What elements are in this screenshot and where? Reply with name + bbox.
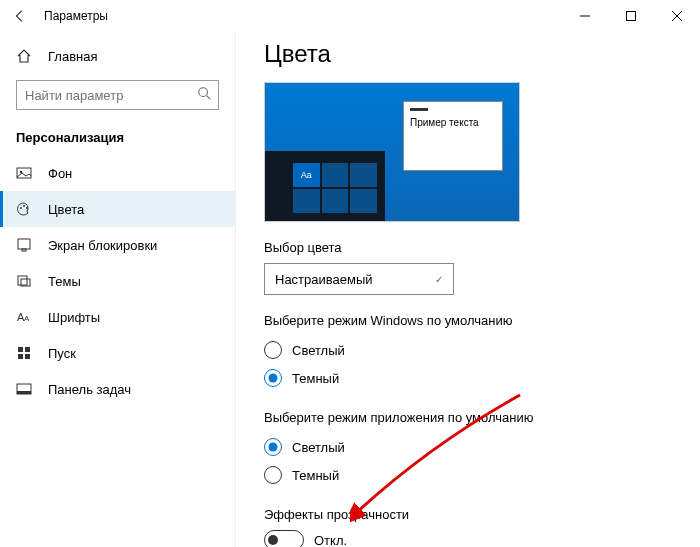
radio-label: Темный [292, 371, 339, 386]
color-mode-label: Выбор цвета [264, 240, 700, 255]
app-mode-label: Выберите режим приложения по умолчанию [264, 410, 700, 425]
svg-rect-20 [25, 354, 30, 359]
windows-mode-light[interactable]: Светлый [264, 336, 700, 364]
svg-rect-12 [22, 249, 26, 251]
minimize-button[interactable] [562, 0, 608, 32]
start-icon [16, 345, 32, 361]
home-icon [16, 48, 32, 64]
sidebar-item-label: Панель задач [48, 382, 131, 397]
transparency-label: Эффекты прозрачности [264, 507, 700, 522]
radio-icon [264, 438, 282, 456]
sidebar-item-label: Цвета [48, 202, 84, 217]
toggle-knob [268, 535, 278, 545]
sidebar-search [16, 80, 219, 110]
radio-icon [264, 466, 282, 484]
radio-icon [264, 369, 282, 387]
svg-rect-19 [18, 354, 23, 359]
app-mode-light[interactable]: Светлый [264, 433, 700, 461]
sidebar-item-label: Пуск [48, 346, 76, 361]
sidebar-item-fonts[interactable]: AA Шрифты [0, 299, 235, 335]
sidebar-item-lockscreen[interactable]: Экран блокировки [0, 227, 235, 263]
maximize-button[interactable] [608, 0, 654, 32]
palette-icon [16, 201, 32, 217]
preview-window: Пример текста [403, 101, 503, 171]
transparency-state: Откл. [314, 533, 347, 548]
svg-point-10 [26, 207, 28, 209]
sidebar-home[interactable]: Главная [0, 42, 235, 70]
search-icon [197, 86, 211, 104]
sidebar-item-themes[interactable]: Темы [0, 263, 235, 299]
sidebar-item-label: Фон [48, 166, 72, 181]
sidebar-section-title: Персонализация [0, 124, 235, 155]
app-mode-group: Светлый Темный [264, 433, 700, 489]
back-button[interactable] [12, 8, 28, 24]
sidebar-item-taskbar[interactable]: Панель задач [0, 371, 235, 407]
search-input[interactable] [16, 80, 219, 110]
radio-label: Светлый [292, 343, 345, 358]
lockscreen-icon [16, 237, 32, 253]
transparency-toggle[interactable] [264, 530, 304, 547]
svg-point-8 [20, 207, 22, 209]
themes-icon [16, 273, 32, 289]
preview-tiles: Aa [293, 163, 377, 213]
sidebar-item-label: Экран блокировки [48, 238, 157, 253]
page-title: Цвета [264, 40, 700, 68]
svg-rect-18 [25, 347, 30, 352]
sidebar-item-label: Темы [48, 274, 81, 289]
sidebar-item-background[interactable]: Фон [0, 155, 235, 191]
radio-label: Светлый [292, 440, 345, 455]
svg-line-5 [207, 96, 211, 100]
svg-rect-17 [18, 347, 23, 352]
chevron-down-icon: ✓ [435, 274, 443, 285]
svg-text:A: A [24, 314, 30, 323]
app-mode-dark[interactable]: Темный [264, 461, 700, 489]
fonts-icon: AA [16, 309, 32, 325]
preview-sample-text: Пример текста [410, 117, 496, 128]
windows-mode-label: Выберите режим Windows по умолчанию [264, 313, 700, 328]
image-icon [16, 165, 32, 181]
svg-point-9 [23, 205, 25, 207]
svg-point-4 [199, 88, 208, 97]
close-button[interactable] [654, 0, 700, 32]
windows-mode-dark[interactable]: Темный [264, 364, 700, 392]
main-content: Цвета Aa Пример текста Выбор цвета Настр… [236, 32, 700, 547]
sidebar-home-label: Главная [48, 49, 97, 64]
preview-tile-aa: Aa [293, 163, 320, 187]
color-mode-select[interactable]: Настраиваемый ✓ [264, 263, 454, 295]
window-title: Параметры [44, 9, 108, 23]
radio-icon [264, 341, 282, 359]
sidebar-item-start[interactable]: Пуск [0, 335, 235, 371]
svg-rect-6 [17, 168, 31, 178]
sidebar-item-colors[interactable]: Цвета [0, 191, 235, 227]
sidebar-item-label: Шрифты [48, 310, 100, 325]
transparency-toggle-row: Откл. [264, 530, 700, 547]
svg-rect-1 [627, 12, 636, 21]
svg-rect-11 [18, 239, 30, 249]
taskbar-icon [16, 381, 32, 397]
svg-rect-22 [17, 391, 31, 394]
window-controls [562, 0, 700, 32]
color-mode-value: Настраиваемый [275, 272, 373, 287]
windows-mode-group: Светлый Темный [264, 336, 700, 392]
sidebar: Главная Персонализация Фон Цвета Экран б… [0, 32, 236, 547]
radio-label: Темный [292, 468, 339, 483]
svg-rect-13 [18, 276, 27, 285]
color-preview: Aa Пример текста [264, 82, 520, 222]
